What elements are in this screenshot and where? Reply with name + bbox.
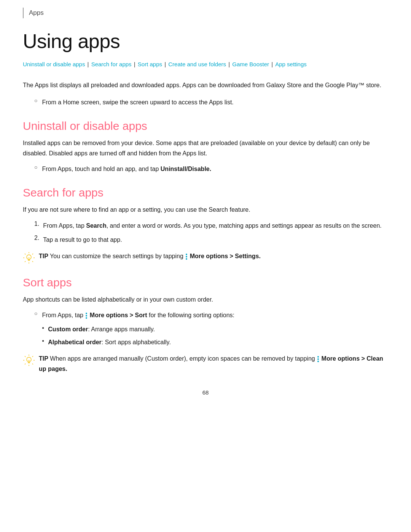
- svg-line-17: [32, 356, 33, 357]
- section-heading-sort: Sort apps: [23, 276, 388, 289]
- tip-text-sort: TIP When apps are arranged manually (Cus…: [39, 353, 388, 374]
- intro-bullet: ○ From a Home screen, swipe the screen u…: [34, 97, 388, 107]
- sub-bullet-dot-icon: •: [42, 336, 44, 347]
- step-number-2: 2.: [34, 235, 39, 241]
- tip-bold-sort: More options > Clean up pages.: [39, 355, 383, 372]
- breadcrumb: Apps: [23, 8, 388, 18]
- svg-line-16: [32, 364, 33, 364]
- tip-label: TIP: [39, 253, 48, 259]
- sort-custom-text: Custom order: Arrange apps manually.: [48, 324, 155, 334]
- sort-bold: More options > Sort: [90, 312, 147, 318]
- tip-lightbulb-icon: [23, 252, 35, 264]
- tip-box-sort: TIP When apps are arranged manually (Cus…: [23, 353, 388, 374]
- svg-line-18: [25, 364, 25, 364]
- page-number: 68: [23, 389, 388, 396]
- sort-alpha-text: Alphabetical order: Sort apps alphabetic…: [48, 337, 171, 347]
- nav-link-sort[interactable]: Sort apps: [138, 61, 162, 67]
- more-options-icon: [186, 254, 187, 260]
- search-step-2: 2. Tap a result to go to that app.: [34, 235, 388, 245]
- uninstall-bold: Uninstall/Disable.: [161, 166, 211, 172]
- uninstall-paragraph: Installed apps can be removed from your …: [23, 138, 388, 158]
- step-number-1: 1.: [34, 220, 39, 227]
- alpha-order-label: Alphabetical order: [48, 339, 101, 345]
- more-options-icon-tip2: [317, 356, 319, 362]
- nav-link-gamebooster[interactable]: Game Booster: [232, 61, 269, 67]
- svg-line-6: [32, 254, 33, 254]
- search-step-1-text: From Apps, tap Search, and enter a word …: [43, 220, 381, 231]
- separator: |: [270, 61, 274, 67]
- separator: |: [132, 61, 137, 67]
- sort-sub-bullets: • Custom order: Arrange apps manually. •…: [42, 324, 388, 347]
- tip-box-search: TIP You can customize the search setting…: [23, 251, 388, 264]
- section-heading-uninstall: Uninstall or disable apps: [23, 120, 388, 133]
- intro-paragraph: The Apps list displays all preloaded and…: [23, 80, 388, 90]
- tip-label-2: TIP: [39, 355, 48, 362]
- search-step-2-text: Tap a result to go to that app.: [43, 235, 122, 245]
- page-title: Using apps: [23, 30, 388, 53]
- search-paragraph: If you are not sure where to find an app…: [23, 204, 388, 215]
- svg-line-5: [32, 261, 33, 262]
- svg-line-4: [25, 254, 25, 254]
- section-heading-search: Search for apps: [23, 186, 388, 199]
- svg-point-19: [27, 357, 31, 362]
- nav-link-search[interactable]: Search for apps: [91, 61, 132, 67]
- sort-sub-item-custom: • Custom order: Arrange apps manually.: [42, 324, 388, 334]
- intro-bullet-text: From a Home screen, swipe the screen upw…: [42, 97, 233, 107]
- svg-line-15: [25, 356, 25, 357]
- custom-order-label: Custom order: [48, 326, 88, 332]
- tip-text-search: TIP You can customize the search setting…: [39, 251, 261, 261]
- uninstall-bullet-text: From Apps, touch and hold an app, and ta…: [42, 164, 211, 174]
- nav-link-folders[interactable]: Create and use folders: [168, 61, 226, 67]
- breadcrumb-text: Apps: [29, 9, 44, 16]
- uninstall-bullet: ○ From Apps, touch and hold an app, and …: [34, 164, 388, 174]
- search-step-1: 1. From Apps, tap Search, and enter a wo…: [34, 220, 388, 231]
- tip-lightbulb-icon-2: [23, 354, 35, 366]
- tip-bold-search: More options > Settings.: [190, 253, 261, 259]
- separator: |: [86, 61, 90, 67]
- svg-point-8: [27, 255, 31, 259]
- bullet-circle-icon: ○: [34, 165, 37, 171]
- nav-link-uninstall[interactable]: Uninstall or disable apps: [23, 61, 85, 67]
- bullet-circle-icon: ○: [34, 311, 37, 317]
- bullet-circle-icon: ○: [34, 98, 37, 104]
- search-numbered-list: 1. From Apps, tap Search, and enter a wo…: [34, 220, 388, 245]
- sort-bullet-text: From Apps, tap More options > Sort for t…: [42, 310, 234, 320]
- sort-bullet: ○ From Apps, tap More options > Sort for…: [34, 310, 388, 320]
- more-options-icon-sort: [86, 313, 87, 319]
- search-bold: Search: [86, 222, 106, 229]
- nav-links: Uninstall or disable apps | Search for a…: [23, 59, 388, 69]
- separator: |: [163, 61, 167, 67]
- sub-bullet-dot-icon: •: [42, 323, 44, 334]
- sort-paragraph: App shortcuts can be listed alphabetical…: [23, 294, 388, 305]
- svg-line-7: [25, 261, 25, 262]
- nav-link-appsettings[interactable]: App settings: [275, 61, 307, 67]
- sort-sub-item-alpha: • Alphabetical order: Sort apps alphabet…: [42, 337, 388, 347]
- separator: |: [227, 61, 231, 67]
